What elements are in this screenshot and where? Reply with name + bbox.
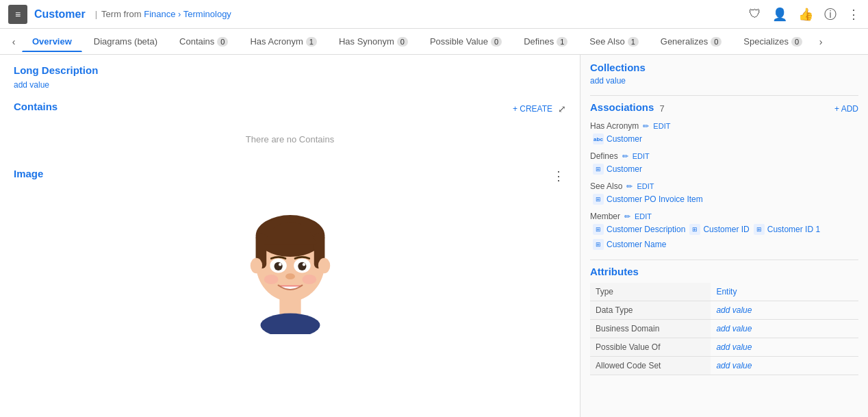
- assoc-item-icon: abc: [593, 134, 604, 144]
- assoc-group-label: See Also ✏ EDIT: [590, 181, 858, 191]
- edit-link[interactable]: EDIT: [635, 212, 652, 220]
- tab-prev-button[interactable]: ‹: [5, 34, 22, 50]
- associations-groups: Has Acronym ✏ EDITabcCustomerDefines ✏ E…: [590, 121, 858, 250]
- tab-generalizes[interactable]: Generalizes0: [650, 31, 732, 51]
- create-button[interactable]: + CREATE: [513, 104, 552, 114]
- edit-link[interactable]: EDIT: [633, 152, 650, 160]
- avatar-image: [229, 197, 352, 334]
- long-description-add-value[interactable]: add value: [14, 80, 566, 90]
- top-bar: ≡ Customer | Term from Finance › Termino…: [0, 0, 868, 29]
- tab-specializes[interactable]: Specializes0: [733, 31, 813, 51]
- attr-row: Possible Value Ofadd value: [590, 338, 858, 357]
- attr-value[interactable]: add value: [711, 320, 858, 338]
- assoc-group-see-also: See Also ✏ EDIT⊞Customer PO Invoice Item: [590, 181, 858, 205]
- assoc-item[interactable]: abcCustomer: [593, 134, 642, 144]
- attr-key: Possible Value Of: [590, 338, 711, 357]
- right-panel: Collections add value Associations 7 + A…: [580, 55, 868, 417]
- edit-link[interactable]: EDIT: [637, 182, 654, 190]
- contains-actions: + CREATE ⤢: [513, 103, 566, 114]
- attr-row: TypeEntity: [590, 283, 858, 301]
- tab-badge: 0: [711, 37, 722, 47]
- assoc-item-name: Customer: [607, 164, 642, 174]
- tab-has-acronym[interactable]: Has Acronym1: [240, 31, 327, 51]
- tab-defines[interactable]: Defines1: [513, 31, 578, 51]
- tab-overview[interactable]: Overview: [22, 31, 82, 52]
- associations-title: Associations: [590, 101, 654, 113]
- assoc-item[interactable]: ⊞Customer ID: [689, 224, 749, 235]
- assoc-group-label: Has Acronym ✏ EDIT: [590, 121, 858, 131]
- assoc-item-icon: ⊞: [593, 224, 604, 235]
- tab-badge: 0: [791, 37, 802, 47]
- tab-bar: ‹ OverviewDiagrams (beta)Contains0Has Ac…: [0, 29, 868, 55]
- attr-value[interactable]: add value: [711, 357, 858, 375]
- assoc-item[interactable]: ⊞Customer: [593, 164, 642, 175]
- term-label: Term: [101, 9, 121, 19]
- collections-add-value[interactable]: add value: [590, 76, 858, 86]
- attr-key: Type: [590, 283, 711, 301]
- assoc-items: ⊞Customer: [590, 164, 858, 175]
- tab-contains[interactable]: Contains0: [169, 31, 238, 51]
- tab-nav: OverviewDiagrams (beta)Contains0Has Acro…: [22, 31, 813, 52]
- tab-badge: 0: [217, 37, 228, 47]
- image-section: Image ⋮: [14, 168, 566, 341]
- edit-link[interactable]: EDIT: [653, 122, 670, 130]
- svg-point-12: [279, 263, 281, 266]
- collections-title: Collections: [590, 62, 858, 73]
- assoc-item-name: Customer Name: [607, 240, 666, 249]
- svg-point-1: [260, 314, 320, 334]
- assoc-item[interactable]: ⊞Customer Description: [593, 224, 685, 235]
- svg-point-13: [302, 263, 305, 266]
- tab-diagrams-beta[interactable]: Diagrams (beta): [84, 31, 168, 51]
- no-contains-text: There are no Contains: [14, 121, 566, 158]
- assoc-group-has-acronym: Has Acronym ✏ EDITabcCustomer: [590, 121, 858, 144]
- attr-key: Allowed Code Set: [590, 357, 711, 375]
- attr-row: Business Domainadd value: [590, 320, 858, 338]
- tab-next-button[interactable]: ›: [813, 34, 829, 50]
- divider-2: [590, 260, 858, 260]
- image-header: Image ⋮: [14, 168, 566, 184]
- assoc-group-name: Defines: [590, 151, 618, 161]
- main-layout: Long Description add value Contains + CR…: [0, 55, 868, 417]
- svg-point-10: [274, 262, 282, 270]
- associations-header: Associations 7 + ADD: [590, 101, 858, 116]
- assoc-item-icon: ⊞: [593, 164, 604, 175]
- associations-add-button[interactable]: + ADD: [834, 104, 858, 114]
- page-title: Customer: [34, 8, 86, 21]
- attr-row: Data Typeadd value: [590, 301, 858, 320]
- contains-section: Contains + CREATE ⤢ There are no Contain…: [14, 101, 566, 158]
- assoc-item[interactable]: ⊞Customer PO Invoice Item: [593, 194, 703, 205]
- breadcrumb-link[interactable]: Finance › Terminology: [144, 9, 231, 19]
- pencil-icon: ✏: [624, 212, 630, 221]
- attributes-title: Attributes: [590, 266, 858, 277]
- assoc-item-name: Customer: [607, 134, 642, 144]
- svg-point-11: [298, 262, 306, 270]
- tab-has-synonym[interactable]: Has Synonym0: [329, 31, 418, 51]
- attr-row: Allowed Code Setadd value: [590, 357, 858, 375]
- more-vert-icon[interactable]: ⋮: [847, 7, 860, 22]
- menu-icon: ≡: [15, 9, 21, 20]
- assoc-group-defines: Defines ✏ EDIT⊞Customer: [590, 151, 858, 175]
- expand-icon[interactable]: ⤢: [558, 103, 566, 114]
- tab-badge: 1: [306, 37, 317, 47]
- shield-icon[interactable]: 🛡: [749, 7, 761, 21]
- assoc-item-icon: ⊞: [689, 224, 700, 235]
- svg-point-6: [250, 258, 261, 274]
- info-icon[interactable]: ⓘ: [824, 6, 837, 23]
- attr-key: Data Type: [590, 301, 711, 320]
- assoc-item-name: Customer PO Invoice Item: [607, 194, 703, 204]
- attr-value[interactable]: add value: [711, 338, 858, 357]
- tab-badge: 0: [491, 37, 502, 47]
- assoc-items: abcCustomer: [590, 134, 858, 144]
- image-menu-button[interactable]: ⋮: [552, 168, 566, 184]
- tab-possible-value[interactable]: Possible Value0: [420, 31, 512, 51]
- svg-point-14: [285, 273, 295, 279]
- thumbs-up-icon[interactable]: 👍: [798, 7, 813, 22]
- assoc-item[interactable]: ⊞Customer ID 1: [754, 224, 820, 235]
- tab-see-also[interactable]: See Also1: [579, 31, 648, 51]
- attr-value[interactable]: add value: [711, 301, 858, 320]
- assoc-item[interactable]: ⊞Customer Name: [593, 239, 666, 250]
- assoc-group-label: Member ✏ EDIT: [590, 212, 858, 221]
- person-icon[interactable]: 👤: [772, 7, 787, 22]
- assoc-items: ⊞Customer PO Invoice Item: [590, 194, 858, 205]
- image-container: [14, 190, 566, 341]
